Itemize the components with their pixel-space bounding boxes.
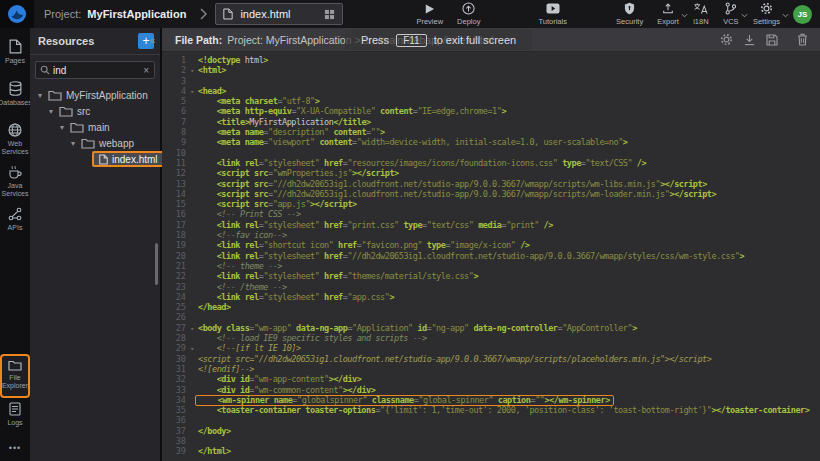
tree-item-MyFirstApplication[interactable]: ▾MyFirstApplication	[30, 87, 160, 103]
sidebar-item-label: File Explorer	[1, 374, 29, 390]
sidebar-item-apis[interactable]: APIs	[1, 202, 29, 244]
line-number: 28	[162, 333, 186, 343]
code-line-37[interactable]: 37</body>	[162, 426, 820, 436]
vcs-button[interactable]: VCS	[716, 2, 746, 26]
code-line-38[interactable]: 38	[162, 436, 820, 446]
code-line-15[interactable]: 15 <script src="app.js"></script>	[162, 199, 820, 209]
code-line-22[interactable]: 22 <link rel="stylesheet" href="themes/m…	[162, 271, 820, 281]
line-number: 23	[162, 282, 186, 292]
sidebar-item-pages[interactable]: Pages	[1, 34, 29, 76]
sidebar-item-web-services[interactable]: Web Services	[1, 118, 29, 160]
app-logo[interactable]	[0, 0, 34, 28]
folder-icon	[81, 138, 95, 149]
editor-settings-button[interactable]	[720, 33, 733, 46]
code-line-6[interactable]: 6 <meta http-equiv="X-UA-Compatible" con…	[162, 106, 820, 116]
line-number: 2	[162, 65, 186, 75]
sidebar-item-java-services[interactable]: Java Services	[1, 160, 29, 202]
line-number: 21	[162, 261, 186, 271]
shield-icon	[624, 2, 635, 15]
code-line-25[interactable]: 25</head>	[162, 302, 820, 312]
left-sidebar: PagesDatabasesWeb ServicesJava ServicesA…	[0, 28, 30, 461]
tree-item-main[interactable]: ▾main	[30, 119, 160, 135]
code-line-24[interactable]: 24 <link rel="stylesheet" href="app.css"…	[162, 292, 820, 302]
code-line-35[interactable]: 35 <toaster-container toaster-options="{…	[162, 405, 820, 415]
code-line-31[interactable]: 31<![endif]-->	[162, 364, 820, 374]
caret-down-icon[interactable]: ▾	[49, 107, 59, 116]
caret-down-icon[interactable]: ▾	[38, 91, 48, 100]
code-line-20[interactable]: 20 <link rel="stylesheet" href="//dh2dw2…	[162, 251, 820, 261]
caret-down-icon[interactable]: ▾	[71, 139, 81, 148]
tree-item-src[interactable]: ▾src	[30, 103, 160, 119]
clear-search-icon[interactable]: ×	[142, 65, 150, 76]
code-editor[interactable]: 1<!doctype html>2▾<html>34▾<head>5 <meta…	[162, 52, 820, 461]
code-line-14[interactable]: 14 <script src="//dh2dw20653ig1.cloudfro…	[162, 189, 820, 199]
code-line-12[interactable]: 12 <script src="wmProperties.js"></scrip…	[162, 168, 820, 178]
code-line-13[interactable]: 13 <script src="//dh2dw20653ig1.cloudfro…	[162, 179, 820, 189]
code-line-5[interactable]: 5 <meta charset="utf-8">	[162, 96, 820, 106]
search-input[interactable]	[50, 65, 142, 76]
code-line-32[interactable]: 32 <div id="wm-app-content"></div>	[162, 374, 820, 384]
search-box[interactable]: ×	[35, 61, 155, 79]
code-line-33[interactable]: 33 <div id="wm-common-content"></div>	[162, 385, 820, 395]
code-line-27[interactable]: 27▾<body class="wm-app" data-ng-app="App…	[162, 323, 820, 333]
sidebar-item-label: Java Services	[1, 182, 29, 198]
code-line-29[interactable]: 29▾ <!--[if lt IE 10]>	[162, 343, 820, 353]
user-avatar[interactable]: JS	[793, 5, 812, 24]
code-line-17[interactable]: 17 <link rel="stylesheet" href="print.cs…	[162, 220, 820, 230]
project-breadcrumb[interactable]: Project: MyFirstApplication	[44, 8, 186, 20]
collapse-panel-button[interactable]: «	[146, 34, 159, 48]
export-icon	[662, 2, 674, 15]
line-number: 18	[162, 230, 186, 240]
sidebar-more-button[interactable]: •••	[9, 439, 21, 461]
code-line-21[interactable]: 21 <!-- theme -->	[162, 261, 820, 271]
tab-label: index.html	[240, 8, 290, 20]
export-button[interactable]: Export	[650, 2, 686, 26]
code-line-11[interactable]: 11 <link rel="stylesheet" href="resource…	[162, 158, 820, 168]
delete-file-button[interactable]	[797, 33, 808, 46]
save-file-button[interactable]	[766, 34, 778, 46]
settings-button[interactable]: Settings	[746, 2, 787, 26]
tab-index-html[interactable]: index.html	[215, 3, 343, 25]
i18n-button[interactable]: i18N	[686, 2, 716, 26]
code-line-36[interactable]: 36	[162, 415, 820, 425]
api-icon	[8, 207, 22, 221]
code-line-26[interactable]: 26	[162, 312, 820, 322]
code-line-16[interactable]: 16 <!-- Print CSS -->	[162, 209, 820, 219]
code-line-2[interactable]: 2▾<html>	[162, 65, 820, 75]
code-line-8[interactable]: 8 <meta name="description" content="">	[162, 127, 820, 137]
resources-scrollbar[interactable]	[155, 243, 158, 285]
code-line-4[interactable]: 4▾<head>	[162, 86, 820, 96]
deploy-button[interactable]: Deploy	[450, 2, 487, 26]
sidebar-item-file-explorer[interactable]: File Explorer	[1, 355, 29, 397]
security-button[interactable]: Security	[609, 2, 650, 26]
line-number: 14	[162, 189, 186, 199]
grid-icon[interactable]	[324, 9, 335, 20]
code-line-19[interactable]: 19 <link rel="shortcut icon" href="favic…	[162, 240, 820, 250]
code-line-23[interactable]: 23 <!-- /theme -->	[162, 282, 820, 292]
tree-item-label: main	[88, 122, 110, 133]
code-line-10[interactable]: 10	[162, 148, 820, 158]
line-number: 12	[162, 168, 186, 178]
line-number: 27	[162, 323, 186, 333]
fullscreen-notice-suffix: to exit full screen	[434, 34, 517, 46]
download-file-button[interactable]	[744, 34, 755, 46]
code-line-34[interactable]: 34 <wm-spinner name="globalspinner" clas…	[162, 395, 820, 405]
sidebar-item-databases[interactable]: Databases	[1, 76, 29, 118]
code-line-9[interactable]: 9 <meta name="viewport" content="width=d…	[162, 137, 820, 147]
line-number: 19	[162, 240, 186, 250]
code-line-39[interactable]: 39</html>	[162, 446, 820, 456]
tree-item-webapp[interactable]: ▾webapp	[30, 135, 160, 151]
code-line-1[interactable]: 1<!doctype html>	[162, 55, 820, 65]
code-line-28[interactable]: 28 <!-- load IE9 specific styles and scr…	[162, 333, 820, 343]
tutorials-button[interactable]: Tutorials	[531, 2, 573, 26]
wavemaker-logo-icon	[7, 4, 27, 24]
tree-item-label: src	[77, 106, 90, 117]
preview-button[interactable]: Preview	[409, 2, 450, 26]
code-line-3[interactable]: 3	[162, 76, 820, 86]
code-line-30[interactable]: 30<script src="//dh2dw20653ig1.cloudfron…	[162, 354, 820, 364]
code-line-18[interactable]: 18 <!--fav icon-->	[162, 230, 820, 240]
tree-item-index.html[interactable]: index.html	[30, 151, 160, 167]
caret-down-icon[interactable]: ▾	[60, 123, 70, 132]
sidebar-item-logs[interactable]: Logs	[1, 397, 29, 439]
code-line-7[interactable]: 7 <title>MyFirstApplication</title>	[162, 117, 820, 127]
